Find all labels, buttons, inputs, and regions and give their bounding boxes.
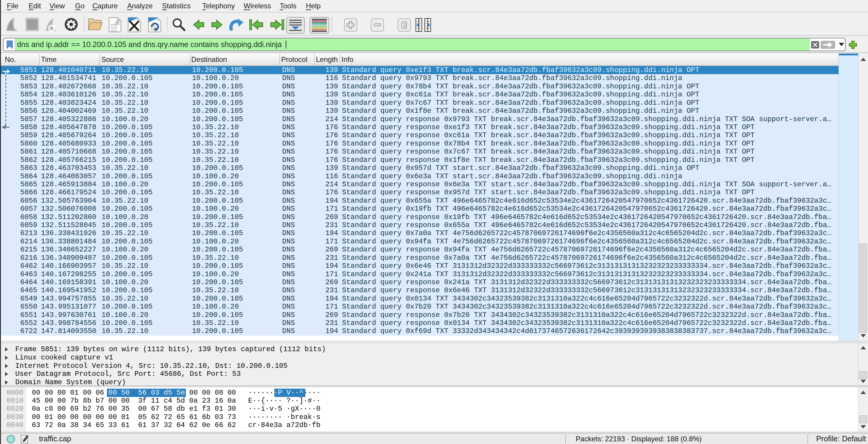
- svg-text:0111: 0111: [111, 29, 117, 32]
